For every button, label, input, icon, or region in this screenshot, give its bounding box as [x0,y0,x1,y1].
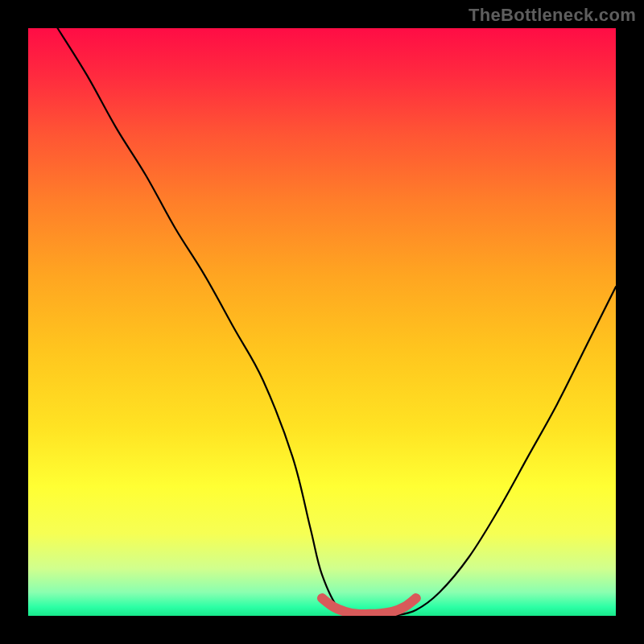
plot-area [28,28,616,616]
watermark-text: TheBottleneck.com [469,5,636,26]
chart-frame: TheBottleneck.com [0,0,644,644]
valley-highlight-line [322,598,416,614]
bottleneck-curve-line [58,28,617,616]
chart-svg [28,28,616,616]
